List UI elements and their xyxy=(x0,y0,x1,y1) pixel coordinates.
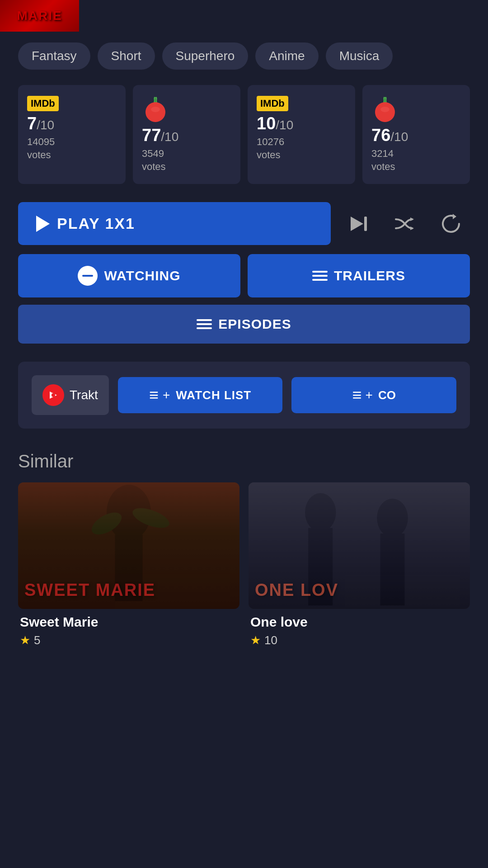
episodes-label: EPISODES xyxy=(218,316,291,332)
rating-score-2: 77/10 xyxy=(142,127,178,144)
one-love-thumbnail: ONE LOV xyxy=(249,482,470,609)
replay-button[interactable] xyxy=(432,208,470,240)
secondary-buttons-row: WATCHING TRAILERS xyxy=(0,254,488,305)
genre-tag-fantasy[interactable]: Fantasy xyxy=(18,42,90,70)
trakt-icon xyxy=(45,387,61,403)
episodes-row: EPISODES xyxy=(0,305,488,353)
watchlist-icon: ≡ + xyxy=(149,387,170,403)
watchlist-button[interactable]: ≡ + WATCH LIST xyxy=(118,377,283,413)
genre-tag-superhero[interactable]: Superhero xyxy=(162,42,249,70)
svg-point-4 xyxy=(151,107,160,112)
rating-score-1: 7/10 xyxy=(27,115,54,132)
watching-label: WATCHING xyxy=(104,268,180,283)
watching-button[interactable]: WATCHING xyxy=(18,254,240,297)
play-label: PLAY 1X1 xyxy=(57,215,135,232)
similar-card-one-love[interactable]: ONE LOV One love ★ 10 xyxy=(249,482,470,647)
genre-tag-anime[interactable]: Anime xyxy=(255,42,318,70)
genre-tag-short[interactable]: Short xyxy=(98,42,155,70)
rating-votes-1: 14095votes xyxy=(27,136,55,161)
svg-point-16 xyxy=(52,393,55,397)
one-love-label: One love xyxy=(249,614,470,630)
genres-row: Fantasy Short Superhero Anime Musica xyxy=(0,32,488,80)
watching-icon xyxy=(78,266,98,286)
svg-rect-22 xyxy=(249,482,470,609)
shuffle-button[interactable] xyxy=(385,208,423,240)
sweet-marie-rating: ★ 5 xyxy=(18,633,239,647)
episodes-icon xyxy=(197,319,212,329)
rating-card-imdb-1: IMDb 7/10 14095votes xyxy=(18,85,126,184)
rating-votes-2: 3549votes xyxy=(142,147,166,173)
svg-rect-26 xyxy=(380,533,405,605)
sweet-marie-label: Sweet Marie xyxy=(18,614,239,630)
hero-thumbnail: MARIE xyxy=(0,0,79,32)
rating-votes-4: 3214votes xyxy=(371,147,395,173)
svg-rect-24 xyxy=(308,528,333,606)
skip-next-icon xyxy=(347,213,369,235)
trakt-label: Trakt xyxy=(70,388,98,402)
rating-card-tomato-2: 76/10 3214votes xyxy=(362,85,470,184)
svg-point-9 xyxy=(380,107,389,112)
svg-rect-19 xyxy=(115,535,142,601)
episodes-button[interactable]: EPISODES xyxy=(18,305,470,344)
trailers-icon xyxy=(312,271,328,281)
ratings-row: IMDb 7/10 14095votes 77/10 3549votes IMD… xyxy=(0,80,488,193)
imdb-badge: IMDb xyxy=(27,96,59,111)
similar-title: Similar xyxy=(18,451,470,472)
svg-point-25 xyxy=(377,499,408,538)
sweet-marie-rating-num: 5 xyxy=(34,633,40,647)
svg-point-23 xyxy=(305,493,336,532)
rating-votes-3: 10276votes xyxy=(257,136,284,161)
play-icon xyxy=(36,216,50,232)
trakt-section: Trakt ≡ + WATCH LIST ≡ + CO xyxy=(18,362,470,429)
star-icon-2: ★ xyxy=(250,633,261,647)
trailers-button[interactable]: TRAILERS xyxy=(248,254,470,297)
tomato-icon-1 xyxy=(142,96,169,123)
shuffle-icon xyxy=(392,212,416,236)
svg-marker-14 xyxy=(453,214,456,219)
rating-score-3: 10/10 xyxy=(257,115,293,132)
svg-marker-13 xyxy=(410,226,414,230)
genre-tag-musica[interactable]: Musica xyxy=(326,42,393,70)
one-love-rating: ★ 10 xyxy=(249,633,470,647)
play-button[interactable]: PLAY 1X1 xyxy=(18,202,331,245)
tomato-icon-2 xyxy=(371,96,399,123)
action-row: PLAY 1X1 xyxy=(0,193,488,254)
imdb-badge-2: IMDb xyxy=(257,96,288,111)
watchlist-label: WATCH LIST xyxy=(176,388,251,402)
hero-title: MARIE xyxy=(17,9,62,23)
rating-score-4: 76/10 xyxy=(371,127,408,144)
collection-label: CO xyxy=(378,388,396,402)
trailers-label: TRAILERS xyxy=(334,268,405,283)
trakt-button[interactable]: Trakt xyxy=(32,375,109,415)
collection-button[interactable]: ≡ + CO xyxy=(291,377,456,413)
rating-card-tomato-1: 77/10 3549votes xyxy=(133,85,240,184)
one-love-rating-num: 10 xyxy=(264,633,277,647)
replay-icon xyxy=(439,212,463,236)
sweet-marie-thumbnail: SWEET MARIE xyxy=(18,482,239,609)
similar-section: Similar SWEET MARIE xyxy=(0,438,488,647)
skip-next-button[interactable] xyxy=(340,208,376,239)
rating-card-imdb-2: IMDb 10/10 10276votes xyxy=(248,85,355,184)
collection-icon: ≡ + xyxy=(352,387,373,403)
svg-marker-10 xyxy=(351,217,363,231)
svg-rect-11 xyxy=(364,217,367,231)
svg-marker-12 xyxy=(410,217,414,221)
similar-grid: SWEET MARIE Sweet Marie ★ 5 xyxy=(18,482,470,647)
star-icon-1: ★ xyxy=(20,633,30,647)
trakt-logo xyxy=(42,384,64,406)
similar-card-sweet-marie[interactable]: SWEET MARIE Sweet Marie ★ 5 xyxy=(18,482,239,647)
